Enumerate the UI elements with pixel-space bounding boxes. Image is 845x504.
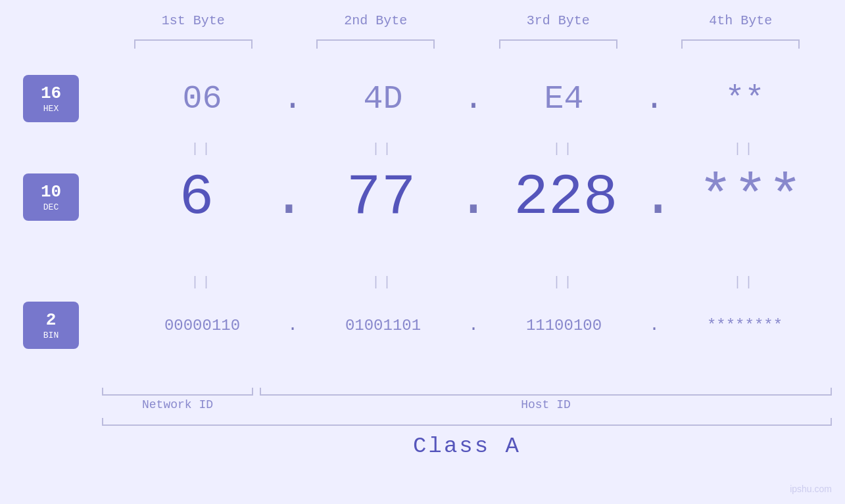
bin-badge-label: BIN <box>43 331 59 340</box>
eq2-b2: || <box>302 275 464 290</box>
hex-b1: 06 <box>122 80 283 118</box>
dec-dot2: . <box>456 165 491 230</box>
bin-badge-num: 2 <box>46 310 57 331</box>
bottom-zone: Network ID Host ID Class A <box>102 388 832 459</box>
network-id-label: Network ID <box>102 398 253 411</box>
eq2-b1: || <box>122 275 283 290</box>
dec-dot1: . <box>272 165 306 230</box>
bin-dot2: . <box>464 315 483 335</box>
eq1-b3: || <box>483 141 644 156</box>
eq2-b4: || <box>664 275 825 290</box>
bin-dot1: . <box>283 315 302 335</box>
id-labels-line: Network ID Host ID <box>102 398 832 411</box>
byte-headers-row: 1st Byte 2nd Byte 3rd Byte 4th Byte <box>102 13 832 28</box>
top-braces <box>102 39 832 49</box>
bin-values: 00000110 . 01001101 . 11100100 . *******… <box>102 315 845 335</box>
hex-b2: 4D <box>302 80 464 118</box>
hex-values: 06 . 4D . E4 . ** <box>102 80 845 118</box>
hex-dot3: . <box>644 80 664 118</box>
watermark: ipshu.com <box>790 484 832 494</box>
dec-b3: 228 <box>491 165 640 230</box>
hex-dot1: . <box>283 80 302 118</box>
bin-badge: 2 BIN <box>23 302 79 349</box>
main-container: 1st Byte 2nd Byte 3rd Byte 4th Byte 16 H… <box>0 0 845 504</box>
hex-badge-label: HEX <box>43 104 59 114</box>
eq2-b3: || <box>483 275 644 290</box>
eq1-b4: || <box>664 141 825 156</box>
dec-values: 6 . 77 . 228 . *** <box>102 165 845 230</box>
bin-badge-wrap: 2 BIN <box>0 302 102 349</box>
byte4-header: 4th Byte <box>650 13 833 28</box>
host-brace <box>260 388 832 396</box>
brace-b4 <box>650 39 833 49</box>
dec-badge: 10 DEC <box>23 173 79 221</box>
full-bottom-brace <box>102 418 832 426</box>
hex-badge-wrap: 16 HEX <box>0 75 102 122</box>
dec-badge-num: 10 <box>41 182 61 202</box>
hex-badge: 16 HEX <box>23 75 79 122</box>
byte1-header: 1st Byte <box>102 13 285 28</box>
eq1-b2: || <box>302 141 464 156</box>
host-id-label: Host ID <box>260 398 832 411</box>
byte3-header: 3rd Byte <box>467 13 650 28</box>
dec-row: 10 DEC 6 . 77 . 228 . *** <box>0 171 845 223</box>
dec-dot3: . <box>640 165 675 230</box>
bin-dot3: . <box>644 315 664 335</box>
hex-dot2: . <box>464 80 483 118</box>
dec-b1: 6 <box>122 165 272 230</box>
hex-row: 16 HEX 06 . 4D . E4 . ** <box>0 72 845 125</box>
bin-row: 2 BIN 00000110 . 01001101 . 11100100 . *… <box>0 299 845 352</box>
dec-b4: *** <box>675 165 825 230</box>
hex-b3: E4 <box>483 80 644 118</box>
brace-b1 <box>102 39 285 49</box>
dec-badge-wrap: 10 DEC <box>0 173 102 221</box>
bin-b3: 11100100 <box>483 317 644 334</box>
brace-b3 <box>467 39 650 49</box>
bin-b2: 01001101 <box>302 317 464 334</box>
class-label: Class A <box>102 434 832 459</box>
bin-b4: ******** <box>664 317 825 334</box>
dec-badge-label: DEC <box>43 202 59 212</box>
byte2-header: 2nd Byte <box>285 13 468 28</box>
network-brace <box>102 388 253 396</box>
bottom-braces <box>102 388 832 396</box>
equals-strip-2: || || || || <box>102 275 845 290</box>
hex-badge-num: 16 <box>41 83 61 104</box>
hex-b4: ** <box>664 80 825 118</box>
dec-b2: 77 <box>306 165 456 230</box>
brace-b2 <box>285 39 468 49</box>
bin-b1: 00000110 <box>122 317 283 334</box>
equals-strip-1: || || || || <box>102 141 845 156</box>
eq1-b1: || <box>122 141 283 156</box>
